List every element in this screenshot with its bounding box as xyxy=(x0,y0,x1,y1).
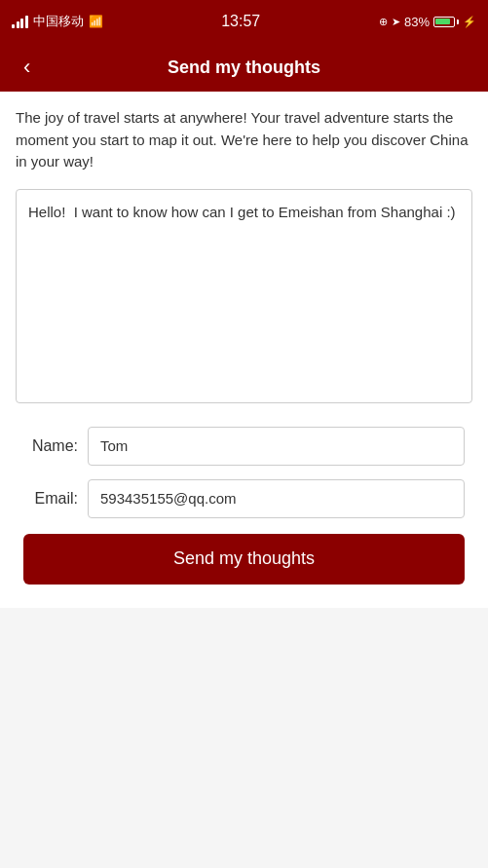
wifi-icon: 📶 xyxy=(89,15,103,28)
navigation-icon: ➤ xyxy=(392,16,400,28)
back-button[interactable]: ‹ xyxy=(16,51,38,84)
bottom-space xyxy=(0,608,488,803)
description-text: The joy of travel starts at anywhere! Yo… xyxy=(16,107,472,173)
name-label: Name: xyxy=(23,437,78,455)
status-bar: 中国移动 📶 13:57 ⊕ ➤ 83% ⚡ xyxy=(0,0,488,43)
name-row: Name: xyxy=(23,427,465,466)
back-icon: ‹ xyxy=(23,55,30,80)
battery-icon xyxy=(433,17,459,27)
charging-icon: ⚡ xyxy=(463,16,476,28)
submit-button[interactable]: Send my thoughts xyxy=(23,534,465,585)
email-row: Email: xyxy=(23,479,465,518)
nav-bar: ‹ Send my thoughts xyxy=(0,43,488,92)
message-input[interactable] xyxy=(16,189,472,403)
email-label: Email: xyxy=(23,490,78,508)
battery-percent: 83% xyxy=(404,15,430,29)
nav-title: Send my thoughts xyxy=(168,57,320,78)
main-content: The joy of travel starts at anywhere! Yo… xyxy=(0,92,488,608)
status-right: ⊕ ➤ 83% ⚡ xyxy=(379,15,476,29)
name-input[interactable] xyxy=(88,427,465,466)
status-time: 13:57 xyxy=(221,13,260,30)
signal-icon xyxy=(12,16,28,28)
form-section: Name: Email: xyxy=(16,427,472,518)
submit-section: Send my thoughts xyxy=(16,534,472,585)
carrier-label: 中国移动 xyxy=(33,13,84,30)
location-icon: ⊕ xyxy=(379,16,388,28)
email-input[interactable] xyxy=(88,479,465,518)
status-left: 中国移动 📶 xyxy=(12,13,103,30)
